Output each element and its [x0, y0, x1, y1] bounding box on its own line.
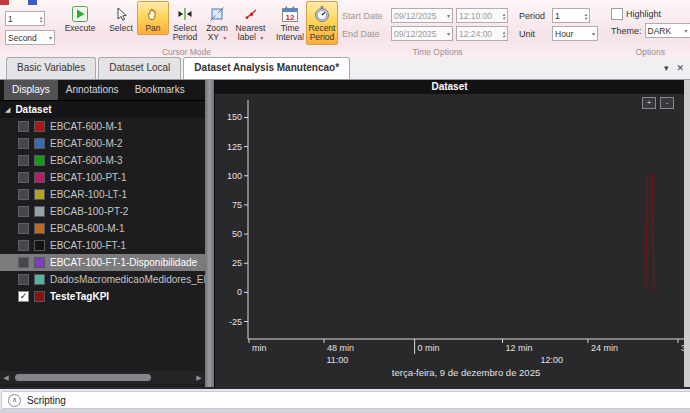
item-checkbox[interactable] [18, 274, 29, 285]
nearest-label-button[interactable]: Nearest label ▾ [233, 1, 268, 45]
panel-splitter[interactable] [205, 80, 214, 387]
item-label: EBCAT-600-M-1 [50, 121, 123, 132]
spinner-arrows-icon[interactable]: ▴▾ [39, 15, 42, 23]
end-date-dropdown[interactable]: 09/12/2025 ▾ [391, 26, 453, 41]
zoom-out-button[interactable]: - [660, 97, 674, 109]
chevron-down-icon: ▾ [447, 30, 450, 37]
zoom-in-button[interactable]: + [642, 97, 656, 109]
tree-item-testetagkpi[interactable]: ✓TesteTagKPI [0, 288, 205, 305]
tree-item-ebcat-100-ft-1[interactable]: EBCAT-100-FT-1 [0, 237, 205, 254]
chart-canvas[interactable]: 1501251007550250-25min48 min0 min12 min2… [215, 94, 684, 387]
tab-basic-variables[interactable]: Basic Variables [6, 57, 96, 79]
color-swatch [34, 189, 45, 200]
item-label: EBCAT-600-M-3 [50, 155, 123, 166]
close-icon[interactable]: ✕ [676, 63, 684, 73]
tab-dataset-analysis-manutencao[interactable]: Dataset Analysis Manutencao* [183, 57, 350, 79]
item-checkbox[interactable] [18, 223, 29, 234]
spinner-arrows-icon[interactable]: ▴▾ [584, 12, 587, 20]
item-checkbox[interactable] [18, 138, 29, 149]
color-swatch [34, 206, 45, 217]
pan-button[interactable]: Pan [137, 1, 169, 35]
scrollbar-thumb[interactable] [15, 374, 151, 381]
sidebar-tab-displays[interactable]: Displays [4, 80, 58, 100]
tab-list-dropdown-icon[interactable]: ▾ [664, 63, 669, 73]
item-label: EBCAT-600-M-2 [50, 138, 123, 149]
color-swatch [34, 155, 45, 166]
item-checkbox[interactable] [18, 206, 29, 217]
item-checkbox[interactable] [18, 189, 29, 200]
execute-label: Execute [65, 24, 96, 33]
sidebar-tabs: Displays Annotations Bookmarks [0, 80, 205, 101]
scripting-expander[interactable]: ∧ Scripting [1, 391, 690, 409]
chart-title: Dataset [215, 80, 684, 94]
cursor-arrow-icon [113, 4, 129, 24]
svg-text:125: 125 [227, 142, 242, 152]
main-area: Displays Annotations Bookmarks ◢ Dataset… [0, 80, 690, 389]
sidebar: Displays Annotations Bookmarks ◢ Dataset… [0, 80, 205, 387]
highlight-checkbox[interactable] [611, 8, 623, 20]
end-time-spinner[interactable]: 12:24:00 ▴▾ [456, 26, 508, 41]
sidebar-horizontal-scrollbar[interactable]: ◀ ▶ [0, 371, 205, 384]
sidebar-tab-bookmarks[interactable]: Bookmarks [127, 80, 193, 100]
dataset-tree-root[interactable]: ◢ Dataset [0, 101, 205, 118]
zoom-xy-button[interactable]: Zoom XY ▾ [201, 1, 233, 45]
item-label: EBCAB-100-PT-2 [50, 206, 128, 217]
start-time-spinner[interactable]: 12:10:00 ▴▾ [456, 8, 508, 23]
tree-items: EBCAT-600-M-1EBCAT-600-M-2EBCAT-600-M-3E… [0, 118, 205, 305]
select-button[interactable]: Select [105, 1, 137, 35]
unit-label: Unit [519, 29, 549, 39]
recent-period-button[interactable]: Recent Period [306, 1, 338, 45]
tab-dataset-local[interactable]: Dataset Local [98, 57, 181, 79]
start-time-value: 12:10:00 [459, 11, 492, 21]
svg-text:-25: -25 [229, 317, 242, 327]
theme-dropdown[interactable]: DARK ▾ [645, 23, 690, 38]
color-swatch [34, 172, 45, 183]
select-period-icon [177, 4, 193, 24]
stopwatch-icon [313, 4, 331, 24]
execute-button[interactable]: Execute [61, 1, 99, 35]
item-checkbox[interactable]: ✓ [18, 291, 29, 302]
interval-value-spinner[interactable]: 1 ▴▾ [5, 11, 45, 26]
tree-item-ebcat-100-ft-1-disponibilidade[interactable]: EBCAT-100-FT-1-Disponibilidade [0, 254, 205, 271]
chevron-down-icon: ▾ [260, 34, 263, 41]
tree-item-ebcar-100-lt-1[interactable]: EBCAR-100-LT-1 [0, 186, 205, 203]
unit-dropdown[interactable]: Hour ▾ [552, 26, 598, 41]
expander-icon[interactable]: ◢ [5, 106, 10, 114]
svg-text:12 min: 12 min [506, 343, 533, 353]
interval-unit-dropdown[interactable]: Second ▾ [5, 30, 55, 45]
item-label: EBCAR-100-LT-1 [50, 189, 127, 200]
tree-item-ebcat-100-pt-1[interactable]: EBCAT-100-PT-1 [0, 169, 205, 186]
chart-panel: Dataset + - 1501251007550250-25min48 min… [214, 80, 684, 387]
scroll-right-icon[interactable]: ▶ [193, 374, 205, 382]
svg-text:100: 100 [227, 171, 242, 181]
item-checkbox[interactable] [18, 172, 29, 183]
scroll-left-icon[interactable]: ◀ [0, 374, 12, 382]
tree-item-ebcat-600-m-1[interactable]: EBCAT-600-M-1 [0, 118, 205, 135]
tree-item-ebcab-600-m-1[interactable]: EBCAB-600-M-1 [0, 220, 205, 237]
hand-icon [145, 4, 161, 24]
item-checkbox[interactable] [18, 121, 29, 132]
window-right-strip [684, 80, 690, 387]
time-interval-button[interactable]: 12 Time Interval [274, 1, 306, 45]
tree-item-dadosmacromedicaomedidores_ebdimaracanausa[interactable]: DadosMacromedicaoMedidores_EBDIMaracanau… [0, 271, 205, 288]
svg-text:150: 150 [227, 112, 242, 122]
tree-item-ebcab-100-pt-2[interactable]: EBCAB-100-PT-2 [0, 203, 205, 220]
tree-item-ebcat-600-m-2[interactable]: EBCAT-600-M-2 [0, 135, 205, 152]
period-spinner[interactable]: 1 ▴▾ [552, 8, 590, 23]
spinner-arrows-icon[interactable]: ▴▾ [502, 30, 505, 38]
item-checkbox[interactable] [18, 257, 29, 268]
start-date-dropdown[interactable]: 09/12/2025 ▾ [391, 8, 453, 23]
chevron-down-icon: ▾ [685, 27, 688, 34]
ribbon: 1 ▴▾ Second ▾ Execute [0, 0, 690, 59]
item-label: EBCAT-100-FT-1-Disponibilidade [50, 257, 197, 268]
sidebar-tab-annotations[interactable]: Annotations [58, 80, 127, 100]
color-swatch [34, 257, 45, 268]
interval-value: 1 [8, 14, 13, 24]
chevron-down-icon: ▾ [447, 12, 450, 19]
chart-plot-area[interactable]: + - 1501251007550250-25min48 min0 min12 … [215, 94, 684, 387]
select-period-button[interactable]: Select Period [169, 1, 201, 45]
tree-item-ebcat-600-m-3[interactable]: EBCAT-600-M-3 [0, 152, 205, 169]
item-checkbox[interactable] [18, 155, 29, 166]
spinner-arrows-icon[interactable]: ▴▾ [502, 12, 505, 20]
item-checkbox[interactable] [18, 240, 29, 251]
